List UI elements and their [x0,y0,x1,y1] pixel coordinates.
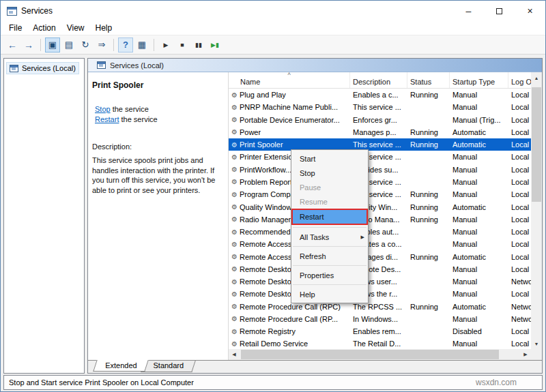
forward-icon[interactable]: → [21,37,36,52]
export-list-icon[interactable]: ▤ [61,37,76,52]
app-icon [7,7,17,16]
gear-icon: ⚙ [231,290,238,298]
menu-item-view[interactable]: View [61,22,90,34]
restart-service-icon[interactable]: ▶▮ [207,37,222,52]
horizontal-scroll-thumb[interactable] [241,350,499,359]
service-row-remote-procedure-call-rp[interactable]: ⚙Remote Procedure Call (RP...In Windows.… [229,313,531,325]
window-title: Services [21,6,53,16]
show-console-tree-icon[interactable]: ▣ [45,37,60,52]
service-row-remote-desktop-configu[interactable]: ⚙Remote Desktop Configu...Remote Des...M… [229,263,531,275]
service-row-remote-desktop-services[interactable]: ⚙Remote Desktop ServicesAllows user...Ma… [229,275,531,288]
context-menu-label: Help [300,290,315,299]
stop-service-suffix: the service [111,105,149,113]
column-header-status[interactable]: Status [407,72,450,88]
service-row-printworkflow[interactable]: ⚙PrintWorkflow...Provides su...ManualLoc… [229,164,531,176]
start-service-icon[interactable]: ▶ [158,37,173,52]
tree-item-services-local[interactable]: Services (Local) [6,62,79,74]
context-menu-separator [293,284,367,285]
context-menu-separator [293,265,367,266]
scroll-down-button[interactable]: ▼ [531,338,542,349]
restart-service-link[interactable]: Restart [95,115,119,123]
service-row-printer-extensions-and-n[interactable]: ⚙Printer Extensions and N...This service… [229,151,531,163]
service-row-remote-registry[interactable]: ⚙Remote RegistryEnables rem...DisabledLo… [229,325,531,337]
menu-item-action[interactable]: Action [27,22,61,34]
pause-service-icon[interactable]: ▮▮ [191,37,206,52]
tree-item-label: Services (Local) [22,64,76,72]
refresh-icon[interactable]: ↻ [78,37,93,52]
service-row-remote-procedure-call-rpc[interactable]: ⚙Remote Procedure Call (RPC)The RPCSS ..… [229,301,531,313]
back-icon[interactable]: ← [5,37,20,52]
stop-service-icon[interactable]: ■ [175,37,190,52]
service-logon: Netwo... [508,277,531,286]
service-startup-type: Automatic [450,253,508,261]
gear-icon: ⚙ [231,203,238,211]
scroll-right-button[interactable]: ▶ [520,349,531,360]
service-startup-type: Manual [450,215,508,224]
column-label: Name [240,78,260,86]
scroll-up-button[interactable]: ▲ [531,72,542,83]
service-name-cell: ⚙Remote Procedure Call (RP... [229,315,350,323]
tab-standard[interactable]: Standard [141,361,196,372]
menu-item-help[interactable]: Help [90,22,118,34]
service-row-print-spooler[interactable]: ⚙Print SpoolerThis service ...RunningAut… [229,138,531,151]
service-name: PrintWorkflow... [240,166,291,174]
column-header-name[interactable]: ^Name [229,72,350,88]
context-menu-item-start[interactable]: Start [291,151,368,166]
scroll-left-button[interactable]: ◀ [229,349,240,360]
gear-icon: ⚙ [231,241,238,248]
service-row-quality-windows-audio-v[interactable]: ⚙Quality Windows Audio V...Quality Win..… [229,200,531,213]
service-row-program-compatibility-a[interactable]: ⚙Program Compatibility A...This service … [229,188,531,200]
service-row-pnrp-machine-name-publi[interactable]: ⚙PNRP Machine Name Publi...This service … [229,101,531,113]
service-row-portable-device-enumerator[interactable]: ⚙Portable Device Enumerator...Enforces g… [229,114,531,126]
context-menu-item-refresh[interactable]: Refresh [291,249,368,263]
column-header-description[interactable]: Description [350,72,407,88]
toolbar-separator [40,39,41,51]
export-icon[interactable]: ⇒ [94,37,109,52]
close-button[interactable]: × [515,1,545,21]
context-menu: StartStopPauseResumeRestartAll Tasks▶Ref… [291,149,369,303]
service-name: Print Spooler [240,140,283,149]
column-header-log-o[interactable]: Log O... [508,72,534,88]
vertical-scroll-thumb[interactable] [532,87,541,202]
minimize-icon: – [466,5,472,16]
caption-buttons: – × [453,1,545,21]
service-logon: Local [508,340,531,348]
service-row-power[interactable]: ⚙PowerManages p...RunningAutomaticLocal [229,126,531,138]
gear-icon: ⚙ [231,340,238,348]
maximize-button[interactable] [484,1,515,21]
column-header-startup-type[interactable]: Startup Type [450,72,508,88]
context-menu-item-restart[interactable]: Restart [291,209,368,225]
menu-item-file[interactable]: File [3,22,27,34]
services-window: Services – × FileActionViewHelp ←→▣▤↻⇒?▦… [0,0,546,392]
service-row-remote-access-auto-con[interactable]: ⚙Remote Access Auto Con...Creates a co..… [229,238,531,250]
tab-label: Extended [105,361,136,370]
context-menu-item-all-tasks[interactable]: All Tasks▶ [291,230,368,244]
service-name: Remote Registry [240,327,296,335]
service-startup-type: Manual [450,103,508,111]
stop-service-link[interactable]: Stop [95,105,111,113]
context-menu-item-stop[interactable]: Stop [291,166,368,180]
service-row-recommended-troubles[interactable]: ⚙Recommended Troubles...Enables aut...Ma… [229,226,531,238]
service-row-plug-and-play[interactable]: ⚙Plug and PlayEnables a c...RunningManua… [229,89,531,101]
service-row-retail-demo-service[interactable]: ⚙Retail Demo ServiceThe Retail D...Manua… [229,337,531,349]
service-row-radio-management-serv[interactable]: ⚙Radio Management Serv...Radio Mana...Ru… [229,213,531,226]
tab-extended[interactable]: Extended [93,360,149,372]
gear-icon: ⚙ [231,104,238,111]
gear-icon: ⚙ [231,128,238,136]
context-menu-item-properties[interactable]: Properties [291,268,368,282]
context-menu-item-help[interactable]: Help [291,287,368,301]
service-name: Retail Demo Service [240,340,308,348]
help-icon[interactable]: ? [118,37,133,52]
gear-icon: ⚙ [231,153,238,161]
gear-icon: ⚙ [231,278,238,286]
service-name-cell: ⚙Portable Device Enumerator... [229,116,350,124]
minimize-button[interactable]: – [453,1,484,21]
service-row-problem-reports-and-sol[interactable]: ⚙Problem Reports and Sol...This service … [229,176,531,188]
service-status: Running [407,253,450,261]
service-description: Enables rem... [350,327,407,335]
pane-header-title: Services (Local) [110,61,164,70]
service-row-remote-desktop-services-um[interactable]: ⚙Remote Desktop Services Um...Allows the… [229,288,531,300]
service-startup-type: Disabled [450,327,508,335]
service-row-remote-access-connecti[interactable]: ⚙Remote Access Connecti...Manages di...R… [229,250,531,262]
action-pane-icon[interactable]: ▦ [134,37,149,52]
